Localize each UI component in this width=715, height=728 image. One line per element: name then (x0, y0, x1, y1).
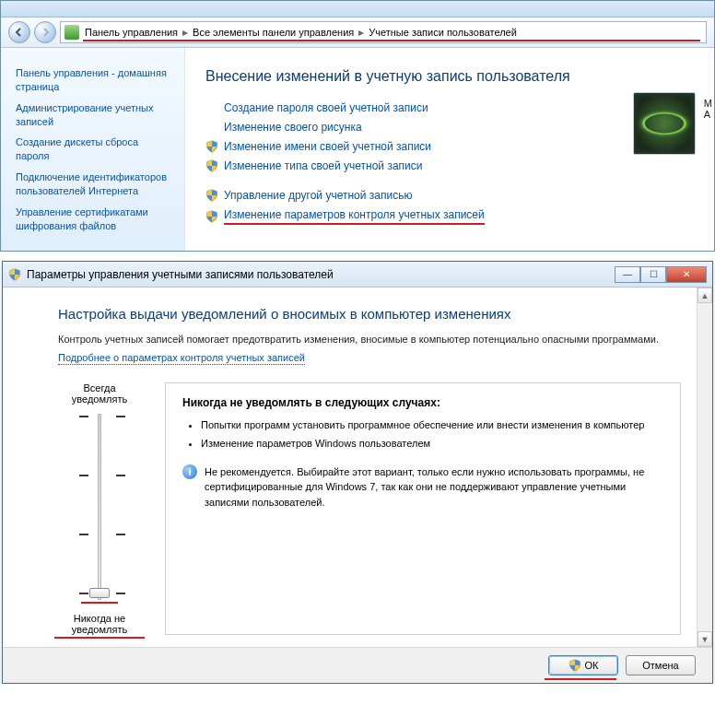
action-link[interactable]: Создание пароля своей учетной записи (224, 101, 428, 114)
uac-settings-link[interactable]: Изменение параметров контроля учетных за… (224, 208, 485, 225)
annotation-underline (54, 637, 145, 639)
maximize-button[interactable]: ☐ (640, 266, 666, 283)
minimize-button[interactable]: — (615, 266, 640, 283)
ok-button[interactable]: ОК (548, 655, 618, 675)
shield-icon (205, 210, 218, 223)
slider-detail-box: Никогда не уведомлять в следующих случая… (165, 382, 681, 635)
annotation-underline (81, 602, 118, 604)
scroll-up-icon[interactable]: ▲ (697, 288, 712, 303)
back-button[interactable] (8, 21, 30, 43)
shield-icon (205, 189, 218, 202)
user-avatar (633, 92, 696, 155)
slider-label-max: Всегда уведомлять (58, 382, 141, 405)
breadcrumb-item[interactable]: Учетные записи пользователей (367, 27, 519, 38)
chevron-right-icon: ▸ (356, 26, 367, 39)
uac-dialog: Параметры управления учетными записями п… (2, 261, 713, 684)
dialog-heading: Настройка выдачи уведомлений о вносимых … (58, 306, 681, 322)
main-pane: Внесение изменений в учетную запись поль… (185, 48, 714, 251)
sidebar-link[interactable]: Подключение идентификаторов пользователе… (16, 170, 173, 198)
sidebar-link[interactable]: Администрирование учетных записей (16, 101, 173, 129)
control-panel-window: Панель управления ▸ Все элементы панели … (0, 0, 715, 252)
action-link[interactable]: Управление другой учетной записью (224, 189, 412, 202)
forward-button[interactable] (34, 21, 56, 43)
nav-bar: Панель управления ▸ Все элементы панели … (1, 18, 714, 48)
breadcrumb-item[interactable]: Все элементы панели управления (191, 27, 356, 38)
avatar-role: А (704, 109, 712, 120)
annotation-underline (545, 678, 616, 680)
cancel-button[interactable]: Отмена (626, 655, 696, 675)
detail-heading: Никогда не уведомлять в следующих случая… (182, 396, 663, 409)
shield-icon (568, 659, 581, 672)
breadcrumb-item[interactable]: Панель управления (83, 27, 180, 38)
close-button[interactable]: ✕ (666, 266, 707, 283)
cancel-label: Отмена (642, 660, 678, 671)
slider-label-min: Никогда не уведомлять (58, 613, 141, 635)
chevron-right-icon: ▸ (180, 26, 191, 39)
scroll-down-icon[interactable]: ▼ (697, 631, 712, 647)
dialog-titlebar[interactable]: Параметры управления учетными записями п… (3, 262, 712, 288)
avatar-labels: М А (704, 98, 712, 120)
avatar-name: М (704, 98, 712, 109)
control-panel-icon (64, 25, 79, 40)
slider-thumb[interactable] (89, 588, 110, 598)
window-titlebar[interactable] (1, 1, 714, 18)
info-icon: i (182, 464, 197, 479)
sidebar: Панель управления - домашняя страница Ад… (1, 48, 185, 251)
sidebar-home-link[interactable]: Панель управления - домашняя страница (16, 66, 173, 94)
dialog-description: Контроль учетных записей помогает предот… (58, 333, 681, 346)
shield-icon (205, 140, 218, 153)
page-title: Внесение изменений в учетную запись поль… (205, 68, 694, 85)
annotation-underline (83, 40, 700, 41)
uac-slider[interactable] (72, 410, 127, 604)
breadcrumb[interactable]: Панель управления ▸ Все элементы панели … (60, 21, 707, 43)
action-link[interactable]: Изменение имени своей учетной записи (224, 140, 431, 153)
shield-icon (8, 268, 21, 281)
detail-bullet: Попытки программ установить программное … (201, 418, 663, 432)
action-link[interactable]: Изменение своего рисунка (224, 121, 362, 134)
detail-bullet: Изменение параметров Windows пользовател… (201, 437, 663, 451)
info-text: Не рекомендуется. Выбирайте этот вариант… (205, 464, 663, 511)
dialog-footer: ОК Отмена (3, 647, 712, 683)
dialog-title: Параметры управления учетными записями п… (27, 268, 615, 281)
shield-icon (205, 159, 218, 172)
sidebar-link[interactable]: Создание дискеты сброса пароля (16, 135, 173, 163)
ok-label: ОК (585, 660, 599, 671)
sidebar-link[interactable]: Управление сертификатами шифрования файл… (16, 205, 173, 233)
action-link[interactable]: Изменение типа своей учетной записи (224, 159, 422, 172)
scrollbar[interactable]: ▲ ▼ (697, 288, 712, 647)
more-info-link[interactable]: Подробнее о параметрах контроля учетных … (58, 352, 305, 365)
